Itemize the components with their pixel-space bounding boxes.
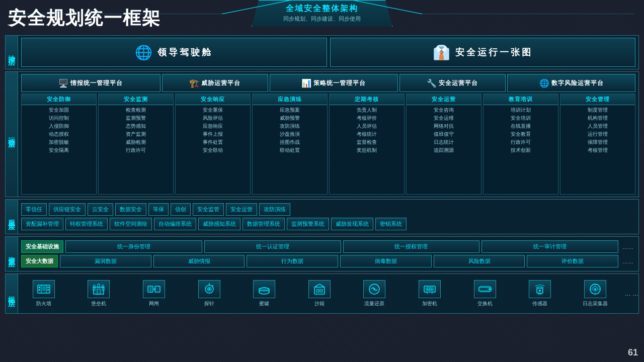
submodule-item: 日志统计 — [407, 138, 481, 146]
resource-row-2: 安全大数据 漏洞数据 威胁情报 行为数据 病毒数据 风险数据 评价数据 …… — [21, 255, 635, 267]
submodule-item: 事件上报 — [176, 130, 250, 138]
res-item-r2-1: 威胁情报 — [153, 255, 245, 267]
submodule-item: 人员评估 — [330, 122, 404, 130]
submodule-col-7: 安全管理 制度管理 机构管理 人员管理 运行管理 保障管理 考核管理 — [560, 94, 635, 195]
submodule-header-0: 安全防御 — [22, 94, 96, 105]
submodule-item: 行政许可 — [484, 138, 558, 146]
svc-item-r2-6: 监测预警系统 — [287, 218, 329, 230]
svg-point-41 — [427, 289, 429, 290]
submodules-row: 安全防御 安全加固 访问控制 入侵防御 动态授权 加密脱敏 安全隔离 安全监测 — [21, 94, 635, 195]
submodule-item: 事件处置 — [176, 138, 250, 146]
submodule-col-2: 安全响应 安全重保 风险评估 应急响应 事件上报 事件处置 安全联动 — [175, 94, 251, 195]
comp-bastion-label: 堡垒机 — [91, 300, 106, 307]
svg-point-33 — [259, 288, 269, 291]
res-item-r2-5: 评价数据 — [527, 255, 618, 267]
platform-4-text: 数字风险运营平台 — [551, 79, 604, 87]
submodule-col-5: 安全运营 安全咨询 安全运维 网络对抗 值班值守 日志统计 追踪溯源 — [406, 94, 481, 195]
header-trapezoid: 全域安全整体架构 同步规划、同步建设、同步使用 — [252, 0, 392, 27]
svc-item-r2-2: 软件空间测绘 — [110, 218, 152, 230]
platform-3-icon: 🔧 — [427, 78, 437, 88]
submodule-item: 安全隔离 — [22, 146, 96, 154]
submodule-item: 资产监测 — [99, 130, 173, 138]
resource-label: 资源层 — [5, 236, 18, 272]
header-main-title: 全域安全整体架构 — [282, 4, 362, 14]
res-item-r2-4: 风险数据 — [434, 255, 525, 267]
platform-row: 🖥️ 情报统一管理平台 🏗️ 威胁运营平台 📊 策略统一管理平台 🔧 安全运营平… — [21, 74, 635, 92]
svc-item-r2-0: 资配漏补管理 — [21, 218, 63, 230]
submodule-item: 考核管理 — [560, 146, 635, 154]
svg-rect-59 — [538, 293, 541, 294]
submodule-items-7: 制度管理 机构管理 人员管理 运行管理 保障管理 考核管理 — [560, 105, 635, 194]
page-title: 安全规划统一框架 — [8, 6, 161, 31]
comp-honeypot-label: 蜜罐 — [259, 300, 269, 307]
comp-switch: 交换机 — [459, 280, 511, 307]
svg-point-60 — [539, 290, 541, 292]
svc-item-r2-8: 密钥系统 — [375, 218, 407, 230]
submodule-item: 在线直播 — [484, 122, 558, 130]
sensor-icon — [529, 280, 551, 298]
svc-item-0: 零信任 — [21, 203, 47, 216]
submodule-item: 运行管理 — [560, 130, 635, 138]
submodule-header-7: 安全管理 — [560, 94, 635, 105]
submodule-item: 保障管理 — [560, 138, 635, 146]
res-item-r2-0: 漏洞数据 — [60, 255, 151, 267]
submodule-item: 网络对抗 — [407, 122, 481, 130]
header-subtitle: 同步规划、同步建设、同步使用 — [282, 15, 362, 23]
svc-item-7: 安全运营 — [226, 203, 257, 216]
submodule-item: 行政许可 — [99, 146, 173, 154]
submodule-items-0: 安全加固 访问控制 入侵防御 动态授权 加密脱敏 安全隔离 — [22, 105, 96, 194]
submodule-item: 安全联动 — [176, 146, 250, 154]
submodule-items-3: 应急预案 威胁预警 攻防演练 沙盘推演 挂图作战 联动处置 — [253, 105, 327, 194]
operations-content: 🖥️ 情报统一管理平台 🏗️ 威胁运营平台 📊 策略统一管理平台 🔧 安全运营平… — [18, 71, 639, 197]
submodule-header-3: 应急演练 — [253, 94, 327, 105]
submodule-item: 加密脱敏 — [22, 138, 96, 146]
submodule-item: 人员管理 — [560, 122, 635, 130]
comp-netgate-label: 网闸 — [149, 300, 159, 307]
platform-2-icon: 📊 — [301, 78, 311, 88]
svg-rect-19 — [98, 284, 100, 288]
svg-rect-18 — [102, 285, 104, 288]
comp-crypto-label: 加密机 — [422, 300, 437, 307]
gov-panel-1: 🌐 领导驾驶舱 — [21, 38, 327, 67]
submodule-item: 沙盘推演 — [253, 130, 327, 138]
submodule-item: 联动处置 — [253, 146, 327, 154]
svg-rect-10 — [43, 287, 45, 291]
logcollect-icon — [584, 280, 606, 298]
comp-logcollect: 日志采集器 — [570, 280, 621, 307]
svg-point-38 — [373, 288, 375, 290]
firewall-icon — [33, 280, 55, 298]
submodule-col-4: 定期考核 负责人制 考核评价 人员评估 考核统计 监督检查 奖惩机制 — [329, 94, 405, 195]
submodule-items-4: 负责人制 考核评价 人员评估 考核统计 监督检查 奖惩机制 — [330, 105, 404, 194]
comp-firewall-label: 防火墙 — [36, 300, 51, 307]
submodule-item: 风险评估 — [176, 114, 250, 122]
platform-3: 🔧 安全运营平台 — [399, 74, 506, 92]
service-layer: 服务层 零信任 供应链安全 云安全 数据安全 等保 信创 安全监管 安全运营 攻… — [5, 199, 639, 234]
submodule-header-5: 安全运营 — [407, 94, 481, 105]
submodule-header-2: 安全响应 — [176, 94, 250, 105]
component-label: 组件层 — [5, 274, 18, 314]
svc-item-3: 数据安全 — [115, 203, 146, 216]
svg-rect-16 — [97, 289, 100, 294]
submodule-item: 入侵防御 — [22, 122, 96, 130]
svg-point-57 — [489, 288, 491, 290]
submodule-item: 应急预案 — [253, 106, 327, 114]
probe-icon — [198, 280, 220, 298]
submodule-item: 安全重保 — [176, 106, 250, 114]
service-row-2: 资配漏补管理 特权管理系统 软件空间测绘 自动编排系统 威胁感知系统 数据管理系… — [21, 218, 635, 230]
platform-0: 🖥️ 情报统一管理平台 — [21, 74, 160, 92]
svc-item-r2-7: 威胁发现系统 — [331, 218, 373, 230]
comp-logcollect-label: 日志采集器 — [583, 300, 608, 307]
globe-icon: 🌐 — [135, 44, 152, 61]
submodule-items-1: 检查检测 监测预警 态势感知 资产监测 威胁检测 行政许可 — [99, 105, 173, 194]
submodule-item: 动态授权 — [22, 130, 96, 138]
governance-label: 治理层 — [5, 35, 18, 69]
submodule-items-2: 安全重保 风险评估 应急响应 事件上报 事件处置 安全联动 — [176, 105, 250, 194]
submodule-item: 负责人制 — [330, 106, 404, 114]
platform-1-text: 威胁运营平台 — [201, 79, 240, 87]
svc-item-2: 云安全 — [88, 203, 113, 216]
submodule-item: 制度管理 — [560, 106, 635, 114]
operations-layer: 运营层 🖥️ 情报统一管理平台 🏗️ 威胁运营平台 📊 策略统一管理平台 — [5, 71, 639, 197]
honeypot-icon — [253, 280, 275, 298]
submodule-item: 追踪溯源 — [407, 146, 481, 154]
gov-panel-2: 👔 安全运行一张图 — [330, 38, 636, 67]
